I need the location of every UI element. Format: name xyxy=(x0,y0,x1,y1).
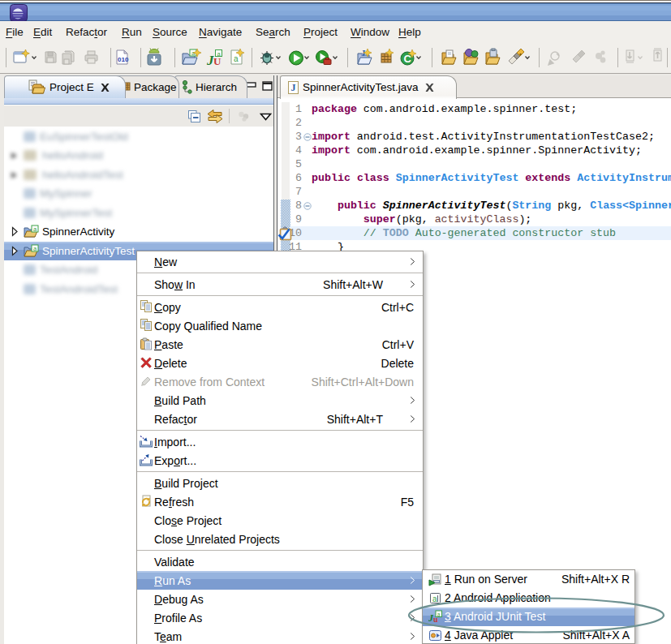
svg-text:J: J xyxy=(291,82,296,93)
svg-text:a: a xyxy=(432,595,437,603)
svg-text:a: a xyxy=(437,612,441,617)
svg-text:010: 010 xyxy=(118,56,129,63)
svg-text:a: a xyxy=(234,54,239,63)
